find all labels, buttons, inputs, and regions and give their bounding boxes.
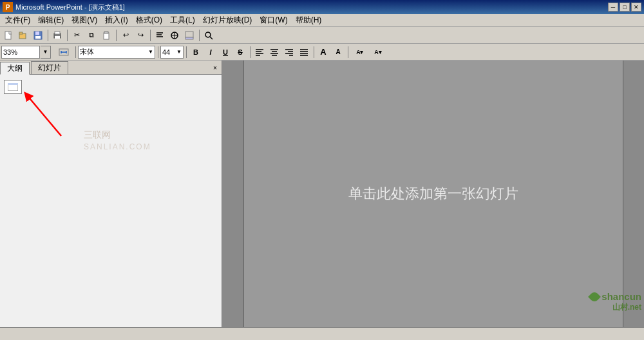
copy-button[interactable]: ⧉ bbox=[84, 28, 99, 42]
svg-line-20 bbox=[210, 37, 213, 39]
zoom-combo[interactable]: 33% bbox=[1, 46, 40, 59]
svg-rect-10 bbox=[104, 32, 108, 33]
svg-rect-7 bbox=[55, 32, 60, 34]
tb-sep-4 bbox=[148, 28, 152, 42]
close-button[interactable]: ✕ bbox=[631, 3, 641, 12]
slide-area: 单击此处添加第一张幻灯片 shancun 山村.net bbox=[222, 61, 644, 327]
menu-slideshow[interactable]: 幻灯片放映(D) bbox=[199, 14, 256, 27]
design-btn[interactable] bbox=[167, 28, 182, 42]
increase-font-button[interactable]: A bbox=[316, 45, 330, 59]
tb-sep-5 bbox=[197, 28, 201, 42]
panel-tabs: 大纲 幻灯片 × bbox=[0, 61, 222, 75]
slide-canvas[interactable]: 单击此处添加第一张幻灯片 bbox=[243, 61, 623, 327]
svg-rect-42 bbox=[8, 83, 18, 85]
new-button[interactable] bbox=[1, 28, 15, 42]
italic-button[interactable]: I bbox=[204, 45, 218, 59]
svg-point-19 bbox=[205, 32, 211, 37]
shancun-domain: 山村.net bbox=[612, 303, 641, 312]
redo-button[interactable]: ↪ bbox=[133, 28, 147, 42]
slide-layout-btn[interactable] bbox=[182, 28, 196, 42]
format-btn1[interactable] bbox=[153, 28, 167, 42]
tab-outline[interactable]: 大纲 bbox=[0, 62, 30, 75]
main-area: 大纲 幻灯片 × bbox=[0, 61, 644, 327]
undo-button[interactable]: ↩ bbox=[118, 28, 133, 42]
menu-format[interactable]: 格式(O) bbox=[132, 14, 166, 27]
tb2-sep-1 bbox=[73, 45, 77, 59]
tab-slides[interactable]: 幻灯片 bbox=[31, 61, 68, 74]
open-button[interactable] bbox=[16, 28, 30, 42]
left-panel: 大纲 幻灯片 × bbox=[0, 61, 222, 327]
toolbar2: 33% ▼ 宋体 ▼ 44 ▼ B I U S A A A▾ A▾ bbox=[0, 44, 644, 61]
tb2-sep-5 bbox=[312, 45, 316, 59]
font-name-combo[interactable]: 宋体 ▼ bbox=[78, 46, 155, 59]
more-format1[interactable]: A▾ bbox=[350, 45, 368, 59]
svg-rect-0 bbox=[5, 32, 11, 39]
panel-close-button[interactable]: × bbox=[210, 62, 220, 73]
decrease-font-button[interactable]: A bbox=[331, 45, 345, 59]
font-name-value: 宋体 bbox=[80, 47, 94, 57]
svg-line-44 bbox=[27, 95, 61, 136]
window-title: Microsoft PowerPoint - [演示文稿1] bbox=[15, 3, 608, 12]
menu-window[interactable]: 窗口(W) bbox=[256, 14, 291, 27]
svg-rect-4 bbox=[35, 32, 39, 35]
window-controls: ─ □ ✕ bbox=[608, 3, 641, 12]
menu-edit[interactable]: 编辑(E) bbox=[34, 14, 68, 27]
justify-button[interactable] bbox=[297, 45, 311, 59]
tb2-sep-6 bbox=[346, 45, 350, 59]
more-format2[interactable]: A▾ bbox=[369, 45, 387, 59]
shancun-name: shancun bbox=[601, 291, 641, 302]
watermark-cn: 三联网 bbox=[84, 129, 111, 141]
zoom-fit-btn[interactable] bbox=[55, 45, 73, 59]
paste-button[interactable] bbox=[99, 28, 113, 42]
tb-sep-3 bbox=[114, 28, 118, 42]
zoom-btn[interactable] bbox=[202, 28, 216, 42]
menu-file[interactable]: 文件(F) bbox=[1, 14, 34, 27]
tb-sep-1 bbox=[46, 28, 50, 42]
svg-rect-8 bbox=[55, 36, 60, 39]
svg-rect-2 bbox=[19, 32, 23, 34]
tb2-sep-3 bbox=[184, 45, 188, 59]
font-size-combo[interactable]: 44 ▼ bbox=[160, 46, 184, 59]
align-left-button[interactable] bbox=[252, 45, 267, 59]
menu-bar: 文件(F) 编辑(E) 视图(V) 插入(I) 格式(O) 工具(L) 幻灯片放… bbox=[0, 14, 644, 27]
watermark-en: SANLIAN.COM bbox=[84, 142, 151, 151]
print-button[interactable] bbox=[50, 28, 64, 42]
menu-tools[interactable]: 工具(L) bbox=[166, 14, 199, 27]
maximize-button[interactable]: □ bbox=[620, 3, 630, 12]
bold-button[interactable]: B bbox=[189, 45, 203, 59]
slide-placeholder-text[interactable]: 单击此处添加第一张幻灯片 bbox=[348, 184, 518, 203]
menu-help[interactable]: 帮助(H) bbox=[292, 14, 326, 27]
red-arrow-annotation bbox=[19, 88, 71, 141]
tb2-sep-4 bbox=[248, 45, 252, 59]
strikethrough-button[interactable]: S bbox=[233, 45, 247, 59]
align-right-button[interactable] bbox=[282, 45, 296, 59]
svg-rect-5 bbox=[35, 36, 41, 39]
tb-sep-2 bbox=[65, 28, 69, 42]
title-bar: P Microsoft PowerPoint - [演示文稿1] ─ □ ✕ bbox=[0, 0, 644, 14]
svg-rect-18 bbox=[185, 37, 193, 39]
zoom-combo-arrow[interactable]: ▼ bbox=[41, 46, 51, 59]
minimize-button[interactable]: ─ bbox=[608, 3, 618, 12]
status-bar bbox=[0, 327, 644, 340]
align-center-button[interactable] bbox=[267, 45, 281, 59]
toolbar1: ✂ ⧉ ↩ ↪ bbox=[0, 27, 644, 44]
tb2-sep-2 bbox=[156, 45, 160, 59]
menu-insert[interactable]: 插入(I) bbox=[101, 14, 131, 27]
cut-button[interactable]: ✂ bbox=[70, 28, 84, 42]
underline-button[interactable]: U bbox=[218, 45, 232, 59]
svg-rect-17 bbox=[185, 32, 193, 37]
font-size-value: 44 bbox=[162, 48, 170, 56]
save-button[interactable] bbox=[31, 28, 45, 42]
panel-content: 三联网 SANLIAN.COM bbox=[0, 75, 222, 327]
menu-view[interactable]: 视图(V) bbox=[68, 14, 101, 27]
shancun-watermark: shancun 山村.net bbox=[590, 291, 641, 313]
app-icon: P bbox=[3, 2, 13, 12]
slide-thumbnail[interactable] bbox=[4, 80, 22, 94]
zoom-value: 33% bbox=[3, 48, 17, 56]
